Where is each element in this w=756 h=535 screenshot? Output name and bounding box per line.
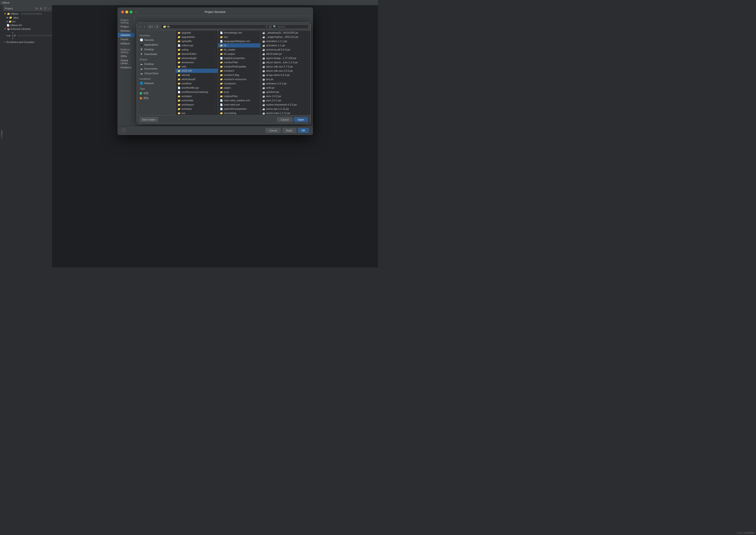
- file-entry[interactable]: ☕axiom-api-1.2.12.jar: [260, 107, 311, 111]
- file-entry[interactable]: 📁uploadflv›: [176, 39, 218, 43]
- file-entry[interactable]: ☕activation-1.1.jar: [260, 43, 311, 47]
- file-entry[interactable]: 📁myclasses: [218, 81, 260, 86]
- back-arrow-icon[interactable]: ←: [135, 10, 138, 14]
- fav-item-icloud-drive[interactable]: ☁ iCloud Drive: [137, 71, 175, 76]
- tree-item-src[interactable]: ▶ 📁 src: [3, 19, 52, 23]
- ps-cancel-button[interactable]: Cancel: [265, 128, 281, 133]
- fav-item-recents[interactable]: 🕐 Recents: [137, 38, 175, 42]
- settings-item-facets[interactable]: Facets: [118, 37, 135, 42]
- file-entry[interactable]: 📁web›: [176, 65, 218, 69]
- file-entry[interactable]: ☕asm-1.0.2.jar: [260, 94, 311, 98]
- file-entry[interactable]: ☕avalon-framework-4.2.0.jar: [260, 102, 311, 107]
- file-entry[interactable]: 📁monitorX: [218, 69, 260, 73]
- ps-ok-button[interactable]: OK: [298, 128, 309, 133]
- file-entry[interactable]: 📁workflow›: [176, 81, 218, 86]
- file-entry[interactable]: 📁WEB-INF›: [176, 69, 218, 73]
- fav-item-tag-green[interactable]: 绿色: [137, 91, 175, 96]
- file-entry[interactable]: 📁wkhtmltopdf›: [176, 77, 218, 81]
- file-entry[interactable]: 📄resin-web.xml: [218, 102, 260, 107]
- file-entry[interactable]: 📄workflowfile.jsp: [176, 86, 218, 90]
- file-entry[interactable]: 📄searchInf.properties: [218, 107, 260, 111]
- file-entry[interactable]: 📄log4jinit.properties: [218, 56, 260, 60]
- settings-item-project[interactable]: Project: [118, 24, 135, 29]
- file-entry[interactable]: ☕aliyun-sdk-oss-2.7.0.jar: [260, 65, 311, 69]
- file-entry[interactable]: ☕ant.jar: [260, 77, 311, 81]
- fav-item-applications[interactable]: 📱 Applications: [137, 42, 175, 47]
- file-entry[interactable]: ☕activation-1.1.1.jar: [260, 39, 311, 43]
- file-open-button[interactable]: Open: [294, 117, 308, 122]
- close-icon[interactable]: −: [48, 7, 50, 10]
- gear-icon[interactable]: ☰: [44, 7, 46, 10]
- file-entry[interactable]: 📁workrelate›: [176, 98, 218, 102]
- file-cancel-button[interactable]: Cancel: [277, 117, 292, 122]
- file-entry[interactable]: 📁workplan›: [176, 94, 218, 98]
- file-entry[interactable]: 📁upgrade›: [176, 31, 218, 35]
- file-entry[interactable]: 📄resin-web_readme.xml: [218, 98, 260, 102]
- file-entry[interactable]: ☕AESCoder.jar: [260, 52, 311, 56]
- file-entry[interactable]: ☕aliyun-sdk-oss-2.8.3.jar: [260, 69, 311, 73]
- file-entry[interactable]: ☕apiclient.jar: [260, 90, 311, 94]
- file-entry[interactable]: 📄languageIdMapper.xml: [218, 39, 260, 43]
- fav-item-desktop[interactable]: 🖥 Desktop: [137, 47, 175, 52]
- fav-item-icloud-desktop[interactable]: ☁ Desktop: [137, 62, 175, 66]
- fav-item-downloads[interactable]: ⬇ Downloads: [137, 52, 175, 56]
- file-entry[interactable]: 📁workspace›: [176, 102, 218, 107]
- file-entry[interactable]: ☕activemq-all-5.0.0.jar: [260, 47, 311, 52]
- file-entry[interactable]: 📁key: [218, 35, 260, 39]
- file-entry[interactable]: 📁pages: [218, 86, 260, 90]
- file-entry[interactable]: ☕axiom-impl-1.2.12.jar: [260, 111, 311, 115]
- forward-nav-button[interactable]: ›: [143, 24, 146, 29]
- file-entry[interactable]: 📁weaversso›: [176, 60, 218, 65]
- file-entry[interactable]: 📁voting›: [176, 47, 218, 52]
- location-bar[interactable]: 📁 lib ▾: [161, 24, 270, 29]
- file-entry[interactable]: 📁monitorFilter: [218, 60, 260, 65]
- file-entry[interactable]: 📁weaverEditor›: [176, 52, 218, 56]
- location-dropdown-icon[interactable]: ▾: [266, 25, 267, 28]
- file-entry[interactable]: ☕agent-wrapp...1.17.628.jar: [260, 56, 311, 60]
- action-button[interactable]: ⚙: [155, 25, 160, 28]
- maximize-button[interactable]: [130, 11, 133, 14]
- file-entry[interactable]: 📁worktask›: [176, 107, 218, 111]
- tree-item-idea[interactable]: ▶ 📁 .idea: [3, 15, 52, 19]
- file-entry[interactable]: 📁prop: [218, 90, 260, 94]
- file-entry[interactable]: ☕_detailImp20...04181935.jar: [260, 31, 311, 35]
- file-entry[interactable]: 📁monitorX-resources: [218, 77, 260, 81]
- fav-item-network[interactable]: 🌐 Network: [137, 81, 175, 86]
- tree-item-ext-libs[interactable]: ▼ 📚 External Libraries: [3, 27, 52, 31]
- close-button[interactable]: [121, 11, 124, 14]
- settings-item-modules[interactable]: Modules: [118, 29, 135, 33]
- file-entry[interactable]: 📁wui›: [176, 111, 218, 115]
- split-icon[interactable]: ⊞: [40, 7, 42, 10]
- file-entry[interactable]: 📁lib-soapui: [218, 52, 260, 56]
- file-entry[interactable]: ☕aliyun-opens...ices-1.2.3.jar: [260, 60, 311, 65]
- help-button[interactable]: ?: [122, 128, 126, 132]
- sidebar-tab-favorites[interactable]: 2: Favorites: [0, 131, 0, 142]
- file-entry[interactable]: 📁monitorX-flag: [218, 73, 260, 77]
- file-entry[interactable]: ☕asm-3.3.1.jar: [260, 98, 311, 102]
- file-entry[interactable]: 📁lib›: [218, 43, 260, 47]
- tree-item-e9java[interactable]: ▼ 📁 e9java ~/work/project/e9java: [3, 12, 52, 15]
- fav-item-tag-orange[interactable]: 橙色: [137, 96, 175, 100]
- file-entry[interactable]: 📁upgradedoc›: [176, 35, 218, 39]
- file-entry[interactable]: ☕antisamy-1.5.3.jar: [260, 81, 311, 86]
- tree-item-scratches[interactable]: ✏ Scratches and Consoles: [3, 40, 52, 44]
- settings-item-artifacts[interactable]: Artifacts: [118, 42, 135, 45]
- back-nav-button[interactable]: ‹: [139, 24, 142, 29]
- file-entry[interactable]: 📁monitorRuleUpdate: [218, 65, 260, 69]
- settings-item-sdks[interactable]: SDKs: [118, 54, 135, 58]
- file-entry[interactable]: ☕amqp-client-4.0.3.jar: [260, 73, 311, 77]
- ps-apply-button[interactable]: Apply: [283, 128, 296, 133]
- file-entry[interactable]: 📁replaceFiles: [218, 94, 260, 98]
- settings-item-libraries[interactable]: Libraries: [118, 33, 135, 37]
- file-entry[interactable]: 📁securitylog: [218, 111, 260, 115]
- settings-icon[interactable]: ⚙: [35, 7, 38, 10]
- file-entry[interactable]: 📄hrmsettings.xml: [218, 31, 260, 35]
- minimize-button[interactable]: [125, 11, 128, 14]
- file-entry[interactable]: 📁weaverplugin›: [176, 56, 218, 60]
- file-entry[interactable]: ☕_wageImpExp...4251122.jar: [260, 35, 311, 39]
- view-mode-button[interactable]: ⊞ ▾: [147, 25, 154, 28]
- sidebar-tab-project[interactable]: 1: Project: [0, 130, 3, 139]
- file-entry[interactable]: 📄urltime.jsp: [176, 43, 218, 47]
- file-entry[interactable]: 📁wechat›: [176, 73, 218, 77]
- tree-item-jdk[interactable]: ▶ ▶ < 1.8 > /Library/Java/JavaVirtualMac…: [3, 31, 52, 40]
